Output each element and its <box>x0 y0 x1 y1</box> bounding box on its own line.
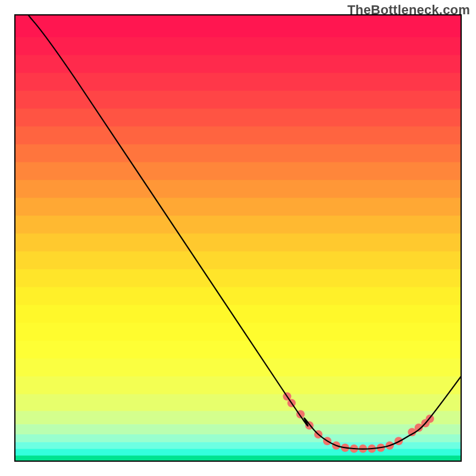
svg-rect-5 <box>15 91 461 109</box>
svg-rect-27 <box>15 449 461 456</box>
chart-container: TheBottleneck.com <box>0 0 476 476</box>
bottleneck-chart <box>0 0 476 476</box>
svg-rect-3 <box>15 55 461 74</box>
svg-rect-10 <box>15 180 461 199</box>
svg-rect-12 <box>15 216 461 234</box>
watermark-text: TheBottleneck.com <box>347 2 470 18</box>
svg-rect-25 <box>15 434 461 443</box>
svg-rect-16 <box>15 287 461 306</box>
svg-rect-11 <box>15 198 461 217</box>
svg-rect-14 <box>15 252 461 270</box>
svg-rect-13 <box>15 234 461 252</box>
svg-rect-20 <box>15 359 461 377</box>
svg-rect-21 <box>15 377 461 395</box>
svg-rect-1 <box>15 15 461 37</box>
svg-rect-17 <box>15 305 461 324</box>
svg-rect-18 <box>15 323 461 342</box>
gradient-background <box>15 15 461 462</box>
svg-rect-22 <box>15 394 461 412</box>
svg-rect-6 <box>15 109 461 127</box>
svg-rect-23 <box>15 411 461 425</box>
svg-rect-24 <box>15 424 461 434</box>
svg-rect-19 <box>15 341 461 359</box>
svg-rect-7 <box>15 127 461 145</box>
svg-rect-8 <box>15 145 461 163</box>
svg-rect-9 <box>15 162 461 181</box>
svg-rect-2 <box>15 37 461 56</box>
svg-rect-15 <box>15 270 461 288</box>
